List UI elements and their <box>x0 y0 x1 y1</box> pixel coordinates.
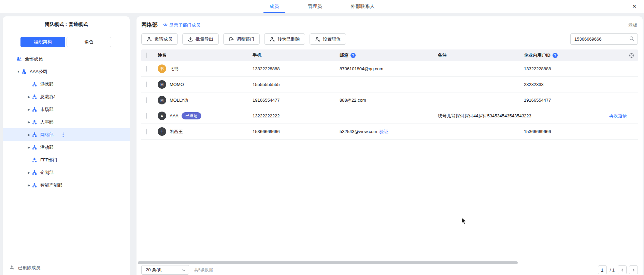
tree-item-4[interactable]: ▶人事部 <box>3 116 130 128</box>
expand-arrow-icon[interactable]: ▼ <box>16 70 21 73</box>
expand-arrow-icon[interactable]: ▶ <box>26 133 32 136</box>
member-phone-cell: 15366669666 <box>253 129 340 134</box>
toolbar-button-4[interactable]: 设置职位 <box>310 33 346 45</box>
toolbar-button-label: 批量导出 <box>196 36 213 42</box>
avatar: A <box>158 112 166 120</box>
sidebar-item-deleted-members[interactable]: 已删除成员 <box>3 261 40 275</box>
active-tab-underline <box>263 12 285 13</box>
search-input[interactable] <box>574 37 629 42</box>
top-tab-bar: 成员管理员外部联系人 × <box>0 0 644 13</box>
member-user-id-cell: 223 <box>524 113 596 118</box>
current-page-box[interactable]: 1 <box>598 265 607 274</box>
tree-item-2[interactable]: ▶总裁办1 <box>3 90 130 103</box>
total-count-label: 共5条数据 <box>194 267 213 273</box>
tab-1[interactable]: 管理员 <box>299 0 331 13</box>
department-title: 网络部 <box>141 21 158 29</box>
tree-item-label: 人事部 <box>40 119 54 125</box>
tree-item-9[interactable]: ▶智能产能部 <box>3 179 130 191</box>
owner-label: 老板 <box>628 22 637 28</box>
member-name: MOLLY改 <box>170 97 189 103</box>
prev-page-button[interactable] <box>618 265 627 274</box>
department-icon <box>32 132 37 138</box>
member-name-cell: 王凯西王 <box>158 127 253 136</box>
department-icon <box>32 107 37 112</box>
member-search-box <box>570 33 638 45</box>
header-phone: 手机 <box>253 52 340 58</box>
member-email: 8706101804@qq.com <box>340 66 383 71</box>
member-user-id-cell: 23232333 <box>524 82 596 87</box>
tree-item-label: 企划部 <box>40 170 54 176</box>
expand-arrow-icon[interactable]: ▶ <box>26 120 32 124</box>
search-icon[interactable] <box>629 36 634 43</box>
toolbar-button-3[interactable]: 转为已删除 <box>264 33 305 45</box>
verify-email-link[interactable]: 验证 <box>380 129 388 134</box>
toolbar-button-label: 转为已删除 <box>277 36 300 42</box>
department-icon <box>32 145 37 150</box>
expand-arrow-icon[interactable]: ▶ <box>26 95 32 99</box>
tree-item-8[interactable]: ▶企划部 <box>3 166 130 179</box>
toolbar-button-label: 调整部门 <box>237 36 254 42</box>
expand-arrow-icon[interactable]: ▶ <box>26 146 32 149</box>
row-checkbox[interactable] <box>146 82 147 87</box>
user-id-help-icon[interactable]: ? <box>553 53 558 58</box>
next-page-button[interactable] <box>629 265 638 274</box>
tree-item-label: FFF部门 <box>40 157 57 163</box>
close-icon[interactable]: × <box>630 2 639 11</box>
horizontal-scrollbar[interactable] <box>138 261 518 264</box>
deleted-members-icon <box>10 265 15 271</box>
tree-item-0[interactable]: ▼AAA公司 <box>3 65 130 78</box>
page-size-select[interactable]: 20 条/页 <box>141 265 189 275</box>
tree-item-7[interactable]: FFF部门 <box>3 154 130 166</box>
header-user-id: 企业内用户ID <box>524 52 550 58</box>
table-footer: 20 条/页 共5条数据 1 / 1 <box>137 265 643 275</box>
tree-item-1[interactable]: 游戏部 <box>3 78 130 90</box>
member-name-cell: AAAA已邀请 <box>158 112 253 120</box>
tree-item-label: 市场部 <box>40 106 54 113</box>
department-icon <box>32 82 37 87</box>
tree-item-label: 网络部 <box>40 132 54 138</box>
org-structure-button[interactable]: 组织架构 <box>20 37 65 47</box>
expand-arrow-icon[interactable]: ▶ <box>26 184 32 187</box>
show-sub-department-link[interactable]: 显示子部门成员 <box>163 22 200 28</box>
tab-2[interactable]: 外部联系人 <box>342 0 384 13</box>
reinvite-link[interactable]: 再次邀请 <box>609 113 627 118</box>
row-checkbox[interactable] <box>146 129 147 134</box>
member-remark-cell: 绕弯儿翁探讨探讨44探讨534534543543543 <box>438 113 524 119</box>
member-name-cell: 书飞书 <box>158 64 253 73</box>
row-checkbox[interactable] <box>146 97 147 103</box>
tab-0[interactable]: 成员 <box>261 0 288 13</box>
department-tree: 全部成员 ▼AAA公司游戏部▶总裁办1▶市场部▶人事部▶网络部▶活动部FFF部门… <box>3 50 130 275</box>
member-email-cell: 888@22.com <box>340 98 438 103</box>
member-name-cell: MMOMO <box>158 80 253 89</box>
select-all-checkbox[interactable] <box>146 53 147 58</box>
member-name: 飞书 <box>170 66 178 72</box>
role-button[interactable]: 角色 <box>67 37 111 47</box>
row-checkbox[interactable] <box>146 66 147 72</box>
column-settings-icon[interactable] <box>629 53 634 59</box>
eye-icon <box>163 23 168 28</box>
page-size-value: 20 条/页 <box>146 267 162 273</box>
person-add-icon <box>147 37 152 42</box>
tree-item-3[interactable]: ▶市场部 <box>3 103 130 116</box>
toolbar-button-0[interactable]: 邀请成员 <box>141 33 178 45</box>
members-panel: 网络部 显示子部门成员 老板 邀请成员批量导出调整部门转为已删除设置职位 姓名 … <box>137 16 643 275</box>
row-checkbox[interactable] <box>146 113 147 119</box>
department-icon <box>32 157 37 163</box>
avatar: 书 <box>158 64 166 73</box>
toolbar-button-1[interactable]: 批量导出 <box>182 33 219 45</box>
sidebar-segment: 组织架构 角色 <box>3 32 130 50</box>
all-members-icon <box>16 56 22 62</box>
more-icon[interactable] <box>62 132 64 138</box>
sidebar-item-all-members[interactable]: 全部成员 <box>3 53 130 65</box>
email-help-icon[interactable]: ? <box>350 53 356 58</box>
toolbar-button-label: 设置职位 <box>323 36 341 42</box>
toolbar-button-2[interactable]: 调整部门 <box>223 33 260 45</box>
expand-arrow-icon[interactable]: ▶ <box>26 108 32 111</box>
tab-label: 管理员 <box>308 3 322 9</box>
table-header: 姓名 手机 邮箱 ? 备注 企业内用户ID ? <box>141 49 638 61</box>
member-name: AAA <box>170 113 178 118</box>
member-name-cell: MMOLLY改 <box>158 96 253 104</box>
expand-arrow-icon[interactable]: ▶ <box>26 171 32 174</box>
tree-item-5[interactable]: ▶网络部 <box>3 128 130 141</box>
tree-item-6[interactable]: ▶活动部 <box>3 141 130 154</box>
